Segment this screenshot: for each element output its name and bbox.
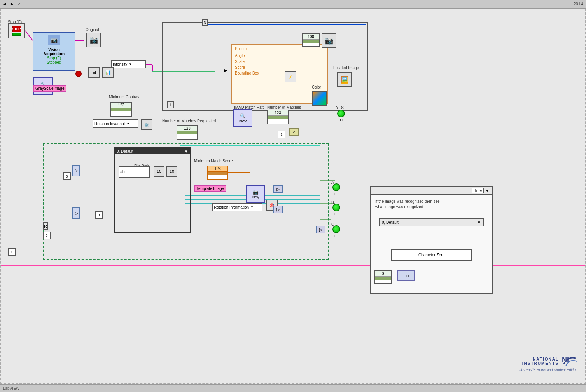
grayscale-label: GrayScaleImage [33,85,66,92]
cluster-arrow: ► [223,67,229,73]
imaq-bottom-node: 📷 IMAQ [246,185,265,203]
bounding-box-label: Bounding Box [232,70,327,76]
compare-icon-1: ⊞ [88,67,100,78]
num-matches-label: Number of Matches [267,105,301,110]
a-led: TFL [331,183,342,199]
statusbar: LabVIEW [0,384,586,392]
forward-icon[interactable]: ► [9,1,15,7]
yes-led-label: TFL [338,118,344,122]
c-led-circle [332,225,340,233]
stopped-label: Stopped [47,60,61,64]
shift-reg-left: R [43,222,48,230]
yes-led: TFL [335,110,347,125]
min-contrast-ctrl[interactable]: 123 [110,102,132,117]
ni-logo-line2: INSTRUMENTS [522,361,559,366]
ni-logo-edition: LabVIEW™ Home and Student Edition [517,368,577,372]
rotation-arrow: ▼ [126,122,129,125]
svg-line-1 [25,31,33,40]
const-0-mid: 0 [95,211,103,219]
color-block [312,91,327,106]
merge-block: ⊞⊟ [397,270,415,281]
character-zero-ctrl: Character Zero [391,249,472,261]
pass-c: ▷ [316,226,325,233]
home-icon[interactable]: ⌂ [16,1,23,7]
ni-swoosh-icon: NI [562,354,577,368]
error-out-block: ⚡ [285,71,296,82]
vision-acquisition-block[interactable]: 📷 VisionAcquisition Stop (F) Stopped [33,32,75,71]
index-terminal: i [167,101,174,108]
case-description: If the image was recognized then seewhat… [371,195,492,214]
file-path-box: 0, Default ▼ File Path abc 10 10 [114,147,191,233]
camera-icon-right: 📷 [322,33,336,48]
c-led: TFL [331,225,342,241]
file-path-title-bar: 0, Default ▼ [115,148,190,154]
rotation-invariant-dropdown[interactable]: Rotation Invariant ▼ [93,119,138,128]
selector-bottom: ▷ [72,207,80,219]
yes-led-circle [337,110,345,117]
status-text: LabVIEW [3,386,19,390]
num-matches-indicator: 123 [267,110,289,124]
a-led-circle [332,183,340,191]
original-label: Original [86,28,99,32]
stop-button[interactable]: STOP [8,23,25,38]
rotation-info-dropdown[interactable]: Rotation Information ▼ [212,203,262,211]
compare-icon-2: 📊 [102,67,114,78]
compare-block: ≥ [289,128,299,136]
imaq-match-node: 🔍 IMAQ [233,109,252,127]
case-title-bar: True ▼ [371,187,492,195]
const-1-bottom: 1 [8,248,16,256]
located-image-label: Located Image [333,66,359,70]
vision-title: VisionAcquisition [44,47,65,56]
stop-f-link[interactable]: Stop (F) [47,56,61,60]
inner-case-dropdown[interactable]: 0, Default ▼ [379,218,484,226]
color-label: Color [312,85,321,89]
ni-logo-line1: NATIONAL [522,357,559,361]
val-0-bottom-ctrl: 0 [374,270,392,284]
const-0-left: 0 [63,172,71,180]
intensity-arrow: ▼ [129,63,132,66]
const-3: 3 [43,232,51,239]
b-led-circle [332,204,340,211]
file-icon-2: 10 [166,166,177,177]
num-matches-req-label: Number of Matches Requested [162,119,216,123]
svg-text:NI: NI [562,356,569,364]
num-matches-ctrl[interactable]: 123 [177,125,198,140]
located-image-icon: 🖼️ [337,72,352,87]
rotation-info-arrow: ▼ [250,206,254,209]
intensity-dropdown[interactable]: Intensity ▼ [111,60,146,68]
error-indicator [75,71,82,77]
back-icon[interactable]: ◄ [2,1,8,7]
min-match-score-label: Minimum Match Score [194,159,233,163]
score-label: Score [232,64,327,70]
main-canvas: Stop (F) STOP 📷 VisionAcquisition Stop (… [0,9,586,384]
rotation-icon: ⚙️ [141,119,152,130]
toolbar: ◄ ► ⌂ 2014 [0,0,586,9]
file-path-ctrl[interactable]: abc [119,166,150,178]
stop-led [12,33,21,36]
min-contrast-value: 123 [111,103,131,108]
pass-b: ▷ [273,206,283,213]
file-icon-1: 10 [154,166,164,177]
b-led: TFL [331,204,342,219]
stop-icon: STOP [12,26,21,32]
pass-a: ▷ [273,185,283,193]
selector-top: ▷ [72,165,80,176]
const-1: 1 [278,131,285,138]
angle-label: Angle [232,53,327,59]
min-contrast-bar [111,108,131,111]
year-label: 2014 [574,2,583,6]
original-camera-icon: 📷 [86,33,101,47]
min-contrast-label: Minimum Contrast [109,95,140,99]
scale-label: Scale [232,59,327,64]
val-100-ctrl: 100 [302,33,320,47]
template-image-label: Template Image [194,185,226,192]
ni-logo: NATIONAL INSTRUMENTS NI LabVIEW™ Home an… [517,354,577,372]
min-match-score-ctrl[interactable]: 123 [207,166,228,180]
true-label[interactable]: True [472,188,484,193]
n-terminal: N [202,19,208,26]
